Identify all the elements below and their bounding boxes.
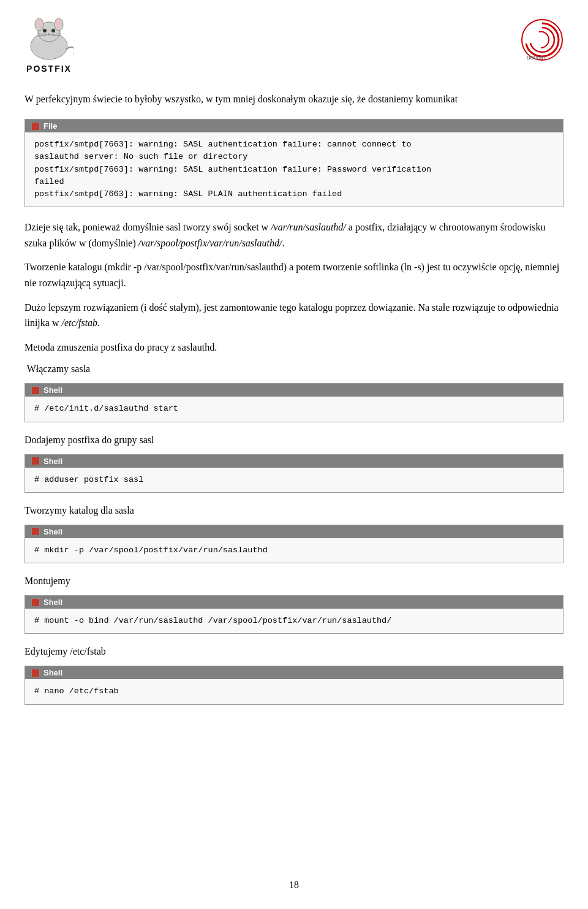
shell-box-1-header: Shell xyxy=(25,384,563,397)
postfix-logo-icon xyxy=(24,18,74,61)
section-dodajemy-label: Dodajemy postfixa do grupy sasl xyxy=(24,435,564,446)
shell-box-3: Shell # mkdir -p /var/spool/postfix/var/… xyxy=(24,525,564,563)
shell-icon-1 xyxy=(31,386,40,395)
shell-box-2-header: Shell xyxy=(25,455,563,468)
postfix-label: POSTFIX xyxy=(26,64,72,74)
shell-icon-2 xyxy=(31,457,40,465)
shell-box-3-content: # mkdir -p /var/spool/postfix/var/run/sa… xyxy=(25,538,563,563)
shell-box-1-title: Shell xyxy=(43,386,62,395)
paragraph3-italic: /etc/fstab xyxy=(61,318,97,328)
shell-box-2-content: # adduser postfix sasl xyxy=(25,468,563,492)
paragraph1: Dzieje się tak, ponieważ domyślnie sasl … xyxy=(24,219,564,251)
paragraph1-italic1: /var/run/saslauthd/ xyxy=(271,222,346,232)
shell-box-5-header: Shell xyxy=(25,666,563,679)
shell-box-5-title: Shell xyxy=(43,668,62,677)
shell-box-4-title: Shell xyxy=(43,598,62,607)
postfix-logo: POSTFIX xyxy=(24,18,74,74)
shell-box-4-content: # mount -o bind /var/run/saslauthd /var/… xyxy=(25,609,563,633)
file-icon xyxy=(31,122,40,131)
file-code-box: File postfix/smtpd[7663]: warning: SASL … xyxy=(24,119,564,207)
shell-icon-4 xyxy=(31,598,40,607)
debian-logo: debian xyxy=(521,18,564,64)
shell-box-3-header: Shell xyxy=(25,525,563,538)
paragraph2: Tworzenie katalogu (mkdir -p /var/spool/… xyxy=(24,259,564,291)
svg-point-4 xyxy=(37,20,42,28)
paragraph1-text-before: Dzieje się tak, ponieważ domyślnie sasl … xyxy=(24,222,271,232)
file-box-content: postfix/smtpd[7663]: warning: SASL authe… xyxy=(25,132,563,207)
section-wlaczamy-label: Włączamy sasla xyxy=(24,363,564,375)
file-box-title: File xyxy=(43,121,57,131)
section-montujemy-label: Montujemy xyxy=(24,576,564,587)
shell-box-2: Shell # adduser postfix sasl xyxy=(24,454,564,493)
shell-box-5: Shell # nano /etc/fstab xyxy=(24,666,564,704)
paragraph1-text-after: . xyxy=(282,238,284,248)
intro-paragraph: W perfekcyjnym świecie to byłoby wszystk… xyxy=(24,92,564,107)
section-tworzymy-label: Tworzymy katalog dla sasla xyxy=(24,505,564,516)
shell-icon-5 xyxy=(31,669,40,677)
debian-text: debian xyxy=(527,54,545,61)
section-edytujemy-label: Edytujemy /etc/fstab xyxy=(24,646,564,657)
paragraph4: Metoda zmuszenia postfixa do pracy z sas… xyxy=(24,340,564,356)
paragraph3-end: . xyxy=(97,318,100,328)
paragraph1-italic2: /var/spool/postfix/var/run/saslauthd/ xyxy=(138,238,282,248)
shell-box-1: Shell # /etc/init.d/saslauthd start xyxy=(24,383,564,422)
shell-box-5-content: # nano /etc/fstab xyxy=(25,679,563,704)
shell-box-4: Shell # mount -o bind /var/run/saslauthd… xyxy=(24,595,564,634)
svg-point-5 xyxy=(56,20,61,28)
header: POSTFIX debian xyxy=(24,12,564,74)
shell-box-2-title: Shell xyxy=(43,457,62,466)
shell-box-1-content: # /etc/init.d/saslauthd start xyxy=(25,397,563,421)
shell-box-3-title: Shell xyxy=(43,527,62,536)
paragraph3: Dużo lepszym rozwiązaniem (i dość stałym… xyxy=(24,300,564,331)
file-box-header: File xyxy=(25,120,563,132)
paragraph3-text: Dużo lepszym rozwiązaniem (i dość stałym… xyxy=(24,302,559,329)
shell-box-4-header: Shell xyxy=(25,596,563,609)
svg-point-8 xyxy=(48,34,51,36)
svg-point-7 xyxy=(51,29,55,32)
svg-point-6 xyxy=(43,29,47,32)
page-number: 18 xyxy=(289,880,299,891)
shell-icon-3 xyxy=(31,527,40,536)
